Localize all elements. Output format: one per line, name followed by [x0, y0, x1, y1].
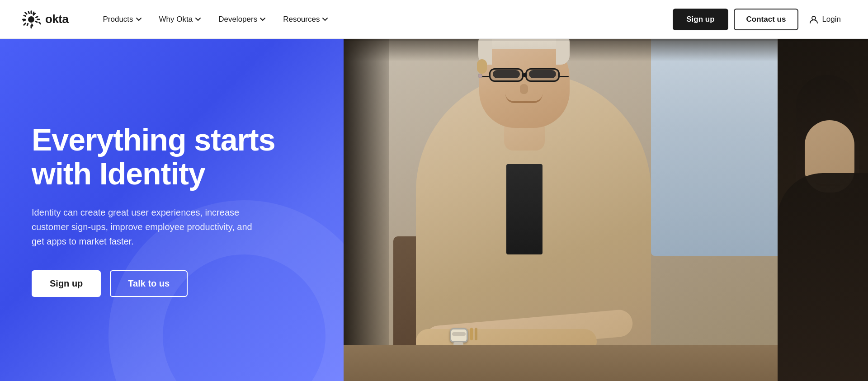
nav-developers[interactable]: Developers	[211, 11, 273, 28]
svg-rect-7	[38, 21, 41, 25]
nav-links: Products Why Okta Developers Resources	[95, 11, 673, 28]
logo-link[interactable]: okta	[22, 10, 68, 29]
svg-rect-13	[26, 23, 28, 26]
hero-signup-button[interactable]: Sign up	[32, 270, 101, 297]
chevron-down-icon	[322, 16, 328, 23]
svg-rect-3	[37, 19, 40, 20]
chevron-down-icon	[136, 16, 142, 23]
svg-point-17	[812, 16, 816, 20]
nav-login-button[interactable]: Login	[804, 11, 846, 28]
hero-talk-button[interactable]: Talk to us	[110, 270, 188, 297]
svg-rect-15	[23, 14, 27, 17]
hero-cta-group: Sign up Talk to us	[32, 270, 312, 297]
svg-rect-16	[28, 10, 30, 14]
svg-point-0	[28, 16, 34, 23]
hero-left-panel: Everything starts with Identity Identity…	[0, 39, 344, 381]
hero-section: Everything starts with Identity Identity…	[0, 39, 868, 381]
hero-subtext: Identity can create great user experienc…	[32, 205, 267, 249]
nav-contact-button[interactable]: Contact us	[734, 9, 799, 30]
hero-right-panel	[344, 39, 868, 381]
logo-text: okta	[45, 12, 68, 26]
svg-rect-1	[31, 10, 32, 14]
hero-heading: Everything starts with Identity	[32, 123, 312, 191]
nav-actions: Sign up Contact us Login	[673, 9, 846, 30]
svg-rect-11	[34, 20, 38, 23]
nav-signup-button[interactable]: Sign up	[673, 9, 728, 30]
svg-rect-10	[35, 16, 39, 18]
user-icon	[809, 15, 818, 24]
svg-rect-6	[23, 22, 27, 26]
chevron-down-icon	[259, 16, 266, 23]
nav-products[interactable]: Products	[95, 11, 149, 28]
chevron-down-icon	[195, 16, 201, 23]
nav-why-okta[interactable]: Why Okta	[152, 11, 209, 28]
okta-logo-icon	[22, 10, 41, 29]
navbar: okta Products Why Okta Developers Resour…	[0, 0, 868, 39]
nav-resources[interactable]: Resources	[276, 11, 335, 28]
svg-rect-8	[24, 11, 28, 15]
